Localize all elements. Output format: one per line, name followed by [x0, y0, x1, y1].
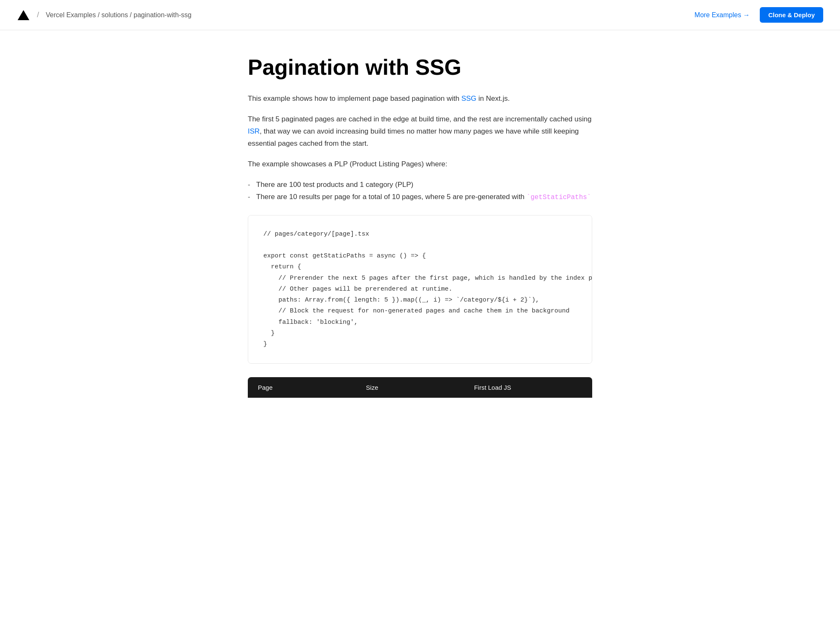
list-item-2-text: There are 10 results per page for a tota… [256, 193, 591, 201]
description-3: The example showcases a PLP (Product Lis… [248, 158, 592, 171]
more-examples-link[interactable]: More Examples → [695, 11, 750, 19]
main-content: Pagination with SSG This example shows h… [231, 30, 609, 415]
list-item-1-text: There are 100 test products and 1 catego… [256, 181, 413, 189]
app-header: / Vercel Examples / solutions / paginati… [0, 0, 840, 30]
table-header: Page Size First Load JS [248, 377, 592, 398]
table-header-first-load-js: First Load JS [474, 384, 582, 391]
list-item-2: There are 10 results per page for a tota… [248, 191, 592, 203]
isr-link[interactable]: ISR [248, 127, 260, 135]
description-1-text-prefix: This example shows how to implement page… [248, 94, 461, 102]
code-block-container: // pages/category/[page].tsx export cons… [248, 215, 592, 364]
ssg-link[interactable]: SSG [461, 94, 476, 102]
breadcrumb-separator: / [37, 10, 39, 19]
table-header-size: Size [366, 384, 474, 391]
header-right: More Examples → Clone & Deploy [695, 7, 823, 23]
header-left: / Vercel Examples / solutions / paginati… [17, 8, 192, 22]
code-block: // pages/category/[page].tsx export cons… [263, 229, 577, 350]
description-2-prefix: The first 5 paginated pages are cached i… [248, 115, 591, 123]
description-1-text-suffix: in Next.js. [476, 94, 509, 102]
description-2-suffix: , that way we can avoid increasing build… [248, 127, 579, 147]
clone-deploy-button[interactable]: Clone & Deploy [760, 7, 823, 23]
breadcrumb: Vercel Examples / solutions / pagination… [46, 11, 192, 19]
list-item-1: There are 100 test products and 1 catego… [248, 179, 592, 191]
feature-list-items: There are 100 test products and 1 catego… [248, 179, 592, 203]
get-static-paths-code: `getStaticPaths` [527, 194, 591, 201]
table-header-page: Page [258, 384, 366, 391]
page-title: Pagination with SSG [248, 55, 592, 79]
vercel-logo [17, 8, 30, 22]
table-section: Page Size First Load JS [248, 377, 592, 398]
description-1: This example shows how to implement page… [248, 93, 592, 105]
description-2: The first 5 paginated pages are cached i… [248, 113, 592, 150]
feature-list: There are 100 test products and 1 catego… [248, 179, 592, 203]
